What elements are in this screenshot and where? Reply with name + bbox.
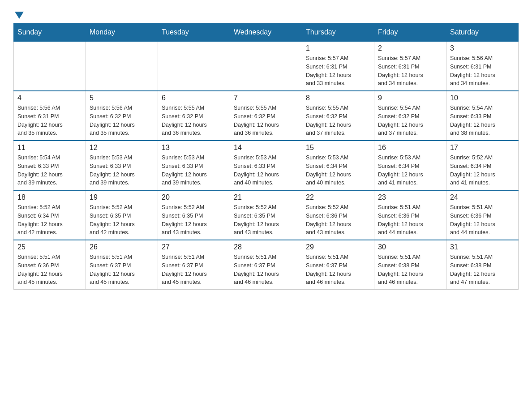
- day-number: 12: [90, 144, 154, 152]
- day-number: 6: [162, 94, 226, 102]
- day-number: 22: [306, 193, 370, 201]
- day-info: Sunrise: 5:51 AM Sunset: 6:37 PM Dayligh…: [234, 253, 298, 287]
- day-info: Sunrise: 5:51 AM Sunset: 6:36 PM Dayligh…: [378, 203, 442, 237]
- calendar-header-row: SundayMondayTuesdayWednesdayThursdayFrid…: [14, 24, 519, 42]
- calendar-cell: 28Sunrise: 5:51 AM Sunset: 6:37 PM Dayli…: [230, 240, 302, 290]
- calendar-cell: 4Sunrise: 5:56 AM Sunset: 6:31 PM Daylig…: [14, 91, 86, 141]
- day-info: Sunrise: 5:54 AM Sunset: 6:32 PM Dayligh…: [378, 104, 442, 137]
- weekday-header-monday: Monday: [86, 24, 158, 42]
- calendar-cell: 27Sunrise: 5:51 AM Sunset: 6:37 PM Dayli…: [158, 240, 230, 290]
- weekday-header-tuesday: Tuesday: [158, 24, 230, 42]
- calendar-week-5: 25Sunrise: 5:51 AM Sunset: 6:36 PM Dayli…: [14, 240, 519, 290]
- day-number: 19: [90, 193, 154, 201]
- day-info: Sunrise: 5:56 AM Sunset: 6:31 PM Dayligh…: [17, 104, 82, 137]
- weekday-header-wednesday: Wednesday: [230, 24, 302, 42]
- day-info: Sunrise: 5:53 AM Sunset: 6:34 PM Dayligh…: [306, 154, 370, 187]
- day-info: Sunrise: 5:57 AM Sunset: 6:31 PM Dayligh…: [378, 54, 442, 88]
- day-info: Sunrise: 5:54 AM Sunset: 6:33 PM Dayligh…: [450, 104, 515, 137]
- day-info: Sunrise: 5:55 AM Sunset: 6:32 PM Dayligh…: [234, 104, 298, 137]
- day-info: Sunrise: 5:53 AM Sunset: 6:33 PM Dayligh…: [90, 154, 154, 187]
- day-number: 11: [17, 144, 82, 152]
- weekday-header-saturday: Saturday: [446, 24, 519, 42]
- day-number: 20: [162, 193, 226, 201]
- day-info: Sunrise: 5:53 AM Sunset: 6:33 PM Dayligh…: [234, 154, 298, 187]
- day-info: Sunrise: 5:51 AM Sunset: 6:36 PM Dayligh…: [17, 253, 82, 287]
- logo-arrow-icon: [15, 12, 24, 19]
- calendar-cell: 5Sunrise: 5:56 AM Sunset: 6:32 PM Daylig…: [86, 91, 158, 141]
- day-info: Sunrise: 5:51 AM Sunset: 6:38 PM Dayligh…: [378, 253, 442, 287]
- calendar-cell: 24Sunrise: 5:51 AM Sunset: 6:36 PM Dayli…: [446, 190, 519, 240]
- calendar-cell: 19Sunrise: 5:52 AM Sunset: 6:35 PM Dayli…: [86, 190, 158, 240]
- day-info: Sunrise: 5:51 AM Sunset: 6:36 PM Dayligh…: [450, 203, 515, 237]
- calendar-cell: 17Sunrise: 5:52 AM Sunset: 6:34 PM Dayli…: [446, 141, 519, 190]
- calendar-cell: 18Sunrise: 5:52 AM Sunset: 6:34 PM Dayli…: [14, 190, 86, 240]
- weekday-header-thursday: Thursday: [302, 24, 374, 42]
- day-info: Sunrise: 5:56 AM Sunset: 6:32 PM Dayligh…: [90, 104, 154, 137]
- day-info: Sunrise: 5:51 AM Sunset: 6:37 PM Dayligh…: [306, 253, 370, 287]
- day-number: 2: [378, 44, 442, 52]
- day-number: 29: [306, 243, 370, 251]
- calendar-cell: 16Sunrise: 5:53 AM Sunset: 6:34 PM Dayli…: [374, 141, 446, 190]
- calendar-week-4: 18Sunrise: 5:52 AM Sunset: 6:34 PM Dayli…: [14, 190, 519, 240]
- day-info: Sunrise: 5:52 AM Sunset: 6:35 PM Dayligh…: [162, 203, 226, 237]
- day-info: Sunrise: 5:52 AM Sunset: 6:35 PM Dayligh…: [234, 203, 298, 237]
- day-info: Sunrise: 5:56 AM Sunset: 6:31 PM Dayligh…: [450, 54, 515, 88]
- calendar-cell: 7Sunrise: 5:55 AM Sunset: 6:32 PM Daylig…: [230, 91, 302, 141]
- day-info: Sunrise: 5:52 AM Sunset: 6:34 PM Dayligh…: [17, 203, 82, 237]
- day-info: Sunrise: 5:51 AM Sunset: 6:37 PM Dayligh…: [90, 253, 154, 287]
- calendar-cell: 30Sunrise: 5:51 AM Sunset: 6:38 PM Dayli…: [374, 240, 446, 290]
- day-number: 16: [378, 144, 442, 152]
- calendar-week-2: 4Sunrise: 5:56 AM Sunset: 6:31 PM Daylig…: [14, 91, 519, 141]
- day-number: 7: [234, 94, 298, 102]
- day-info: Sunrise: 5:54 AM Sunset: 6:33 PM Dayligh…: [17, 154, 82, 187]
- day-number: 26: [90, 243, 154, 251]
- day-number: 14: [234, 144, 298, 152]
- day-number: 8: [306, 94, 370, 102]
- calendar-cell: 1Sunrise: 5:57 AM Sunset: 6:31 PM Daylig…: [302, 41, 374, 91]
- calendar-cell: 31Sunrise: 5:51 AM Sunset: 6:38 PM Dayli…: [446, 240, 519, 290]
- calendar-cell: [230, 41, 302, 91]
- calendar-cell: 12Sunrise: 5:53 AM Sunset: 6:33 PM Dayli…: [86, 141, 158, 190]
- day-number: 30: [378, 243, 442, 251]
- day-number: 9: [378, 94, 442, 102]
- calendar-cell: 9Sunrise: 5:54 AM Sunset: 6:32 PM Daylig…: [374, 91, 446, 141]
- day-number: 5: [90, 94, 154, 102]
- day-number: 27: [162, 243, 226, 251]
- day-number: 1: [306, 44, 370, 52]
- day-info: Sunrise: 5:57 AM Sunset: 6:31 PM Dayligh…: [306, 54, 370, 88]
- day-info: Sunrise: 5:51 AM Sunset: 6:38 PM Dayligh…: [450, 253, 515, 287]
- day-info: Sunrise: 5:53 AM Sunset: 6:34 PM Dayligh…: [378, 154, 442, 187]
- logo: [13, 9, 24, 19]
- day-info: Sunrise: 5:55 AM Sunset: 6:32 PM Dayligh…: [306, 104, 370, 137]
- calendar-week-3: 11Sunrise: 5:54 AM Sunset: 6:33 PM Dayli…: [14, 141, 519, 190]
- calendar-cell: [14, 41, 86, 91]
- day-number: 13: [162, 144, 226, 152]
- calendar-cell: 3Sunrise: 5:56 AM Sunset: 6:31 PM Daylig…: [446, 41, 519, 91]
- calendar-cell: 14Sunrise: 5:53 AM Sunset: 6:33 PM Dayli…: [230, 141, 302, 190]
- weekday-header-sunday: Sunday: [14, 24, 86, 42]
- day-number: 28: [234, 243, 298, 251]
- day-info: Sunrise: 5:51 AM Sunset: 6:37 PM Dayligh…: [162, 253, 226, 287]
- day-info: Sunrise: 5:53 AM Sunset: 6:33 PM Dayligh…: [162, 154, 226, 187]
- day-number: 18: [17, 193, 82, 201]
- calendar-cell: 21Sunrise: 5:52 AM Sunset: 6:35 PM Dayli…: [230, 190, 302, 240]
- day-number: 21: [234, 193, 298, 201]
- calendar-cell: 2Sunrise: 5:57 AM Sunset: 6:31 PM Daylig…: [374, 41, 446, 91]
- calendar-cell: 11Sunrise: 5:54 AM Sunset: 6:33 PM Dayli…: [14, 141, 86, 190]
- day-number: 3: [450, 44, 515, 52]
- day-number: 15: [306, 144, 370, 152]
- calendar-cell: 10Sunrise: 5:54 AM Sunset: 6:33 PM Dayli…: [446, 91, 519, 141]
- calendar-cell: 26Sunrise: 5:51 AM Sunset: 6:37 PM Dayli…: [86, 240, 158, 290]
- day-info: Sunrise: 5:52 AM Sunset: 6:34 PM Dayligh…: [450, 154, 515, 187]
- calendar-cell: 6Sunrise: 5:55 AM Sunset: 6:32 PM Daylig…: [158, 91, 230, 141]
- day-number: 31: [450, 243, 515, 251]
- day-info: Sunrise: 5:52 AM Sunset: 6:35 PM Dayligh…: [90, 203, 154, 237]
- calendar-cell: 23Sunrise: 5:51 AM Sunset: 6:36 PM Dayli…: [374, 190, 446, 240]
- calendar-cell: 29Sunrise: 5:51 AM Sunset: 6:37 PM Dayli…: [302, 240, 374, 290]
- calendar-cell: 25Sunrise: 5:51 AM Sunset: 6:36 PM Dayli…: [14, 240, 86, 290]
- calendar-cell: 8Sunrise: 5:55 AM Sunset: 6:32 PM Daylig…: [302, 91, 374, 141]
- day-number: 23: [378, 193, 442, 201]
- day-number: 4: [17, 94, 82, 102]
- calendar-cell: 15Sunrise: 5:53 AM Sunset: 6:34 PM Dayli…: [302, 141, 374, 190]
- page-header: [13, 9, 519, 19]
